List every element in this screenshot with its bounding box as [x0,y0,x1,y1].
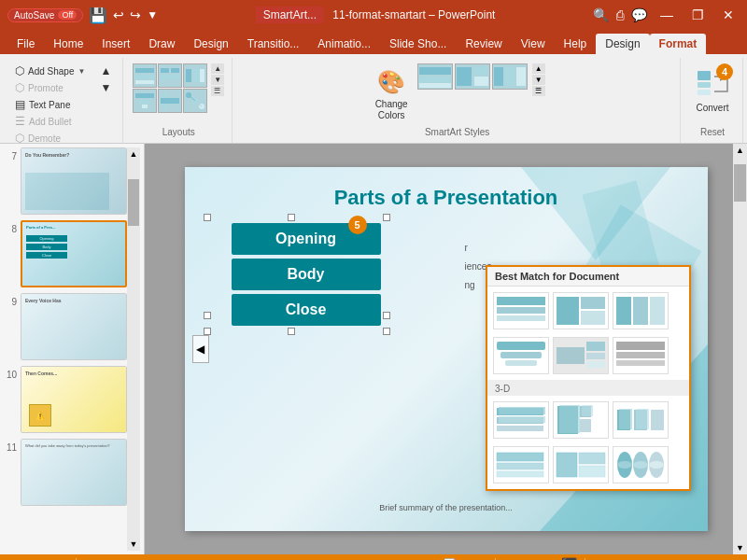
sel-handle-tr[interactable] [383,214,390,221]
add-shape-arrow[interactable]: ▼ [78,67,86,76]
save-icon[interactable]: 💾 [89,7,107,24]
styles-scroll-up[interactable]: ▲ [532,63,545,74]
svg-rect-56 [497,426,543,431]
layout-scroll-expand[interactable]: ☰ [211,86,224,96]
tab-draw[interactable]: Draw [139,34,184,54]
svg-rect-58 [559,405,580,433]
canvas-scroll-track [733,157,747,541]
layout-item-5[interactable] [158,89,182,113]
style-3d-2[interactable] [553,401,609,439]
layout-scroll-down[interactable]: ▼ [211,75,224,85]
tab-slideshow[interactable]: Slide Sho... [380,34,456,54]
sel-handle-tl[interactable] [204,214,211,221]
sel-handle-mr[interactable] [383,312,390,319]
slide-panel-scrollbar: ▲ ▼ [127,147,140,551]
tab-file[interactable]: File [7,34,44,54]
selection-container: Opening Body Close 5 [213,223,381,326]
tab-help[interactable]: Help [555,34,597,54]
tab-design[interactable]: Design [184,34,237,54]
svg-rect-10 [135,93,154,98]
maximize-btn[interactable]: ❐ [686,6,710,24]
style-3d-4[interactable] [493,446,549,483]
style-flat-6[interactable] [613,337,669,374]
panel-scroll-thumb[interactable] [128,179,139,226]
redo-icon[interactable]: ↪ [130,7,141,22]
style-item-1[interactable] [417,63,453,90]
layout-item-6[interactable] [183,89,207,113]
tab-review[interactable]: Review [456,34,511,54]
tab-transitions[interactable]: Transitio... [238,34,309,54]
tab-insert[interactable]: Insert [92,34,139,54]
style-flat-4[interactable] [493,337,549,374]
slide-thumb-7[interactable]: 7 Do You Remember? [4,147,127,215]
styles-scroll-expand[interactable]: ☰ [532,86,545,96]
sel-handle-br[interactable] [383,328,390,335]
slide-thumb-8[interactable]: 8 Parts of a Pres... Opening Body Close [4,220,127,287]
add-bullet-btn[interactable]: ☰ Add Bullet [11,114,89,129]
style-flat-1[interactable] [493,292,549,329]
autosave-state[interactable]: Off [58,10,77,20]
layout-scroll-up[interactable]: ▲ [211,63,224,74]
minimize-btn[interactable]: — [655,6,679,24]
sel-handle-ml[interactable] [204,312,211,319]
smartart-item-body[interactable]: Body [232,259,381,290]
smartart-item-close[interactable]: Close [232,294,381,326]
slide-img-11[interactable]: What did you take away from today's pres… [21,439,127,506]
slide-thumb-11[interactable]: 11 What did you take away from today's p… [4,439,127,506]
tab-view[interactable]: View [512,34,555,54]
style-flat-5[interactable] [553,337,609,374]
style-item-2[interactable] [455,63,490,90]
tab-animations[interactable]: Animatio... [308,34,380,54]
canvas-scroll-thumb[interactable] [734,164,746,202]
svg-rect-24 [457,67,472,86]
layout-item-2[interactable] [158,63,182,88]
sel-handle-tm[interactable] [288,214,295,221]
tab-home[interactable]: Home [44,34,92,54]
tab-format[interactable]: Format [650,34,707,54]
sel-handle-bm[interactable] [288,328,295,335]
slide-prev-btn[interactable]: ◀ [192,335,209,363]
style-item-3[interactable] [492,63,528,90]
style-3d-1[interactable] [493,401,549,439]
panel-scroll-down[interactable]: ▼ [127,538,140,551]
comments-icon[interactable]: 💬 [631,7,647,22]
share-icon[interactable]: ⎙ [616,7,624,22]
promote-btn[interactable]: ⬡ Promote [11,80,89,95]
slide-img-8[interactable]: Parts of a Pres... Opening Body Close [21,220,127,287]
slide-thumb-10[interactable]: 10 Then Comes... ⚠️ [4,366,127,433]
customize-icon[interactable]: ▼ [147,8,158,21]
move-up-btn[interactable]: ▲ [96,63,115,78]
layout-item-1[interactable] [133,63,157,88]
slide-img-9[interactable]: Every Voice Has [21,293,127,360]
search-icon[interactable]: 🔍 [593,7,609,22]
styles-scroll-down[interactable]: ▼ [532,75,545,85]
change-colors-btn[interactable]: 🎨 ChangeColors [370,63,414,125]
style-flat-3[interactable] [613,292,669,329]
close-btn[interactable]: ✕ [717,6,740,24]
style-3d-3[interactable] [613,401,669,439]
add-shape-btn[interactable]: ⬡ Add Shape ▼ [11,63,89,78]
canvas-scroll-up[interactable]: ▲ [733,144,747,157]
convert-icon-area: 4 [696,67,729,101]
autosave-toggle[interactable]: AutoSave Off [7,8,83,22]
style-flat-2[interactable] [553,292,609,329]
slide-img-10[interactable]: Then Comes... ⚠️ [21,366,127,433]
slide-num-10: 10 [4,366,17,380]
style-3d-6[interactable] [613,446,669,483]
convert-btn[interactable]: 4 Convert [690,63,735,117]
slide-thumb-9[interactable]: 9 Every Voice Has [4,293,127,360]
layout-item-3[interactable] [183,63,207,88]
tab-smartart-design[interactable]: Design [596,34,649,54]
sel-handle-bl[interactable] [204,328,211,335]
canvas-scroll-down[interactable]: ▼ [733,541,747,554]
dropdown-3d-row1 [487,396,689,444]
style-3d-5[interactable] [553,446,609,483]
svg-rect-68 [497,463,543,469]
text-pane-btn[interactable]: ▤ Text Pane [11,97,89,112]
panel-scroll-up[interactable]: ▲ [127,147,140,161]
layout-item-4[interactable] [133,89,157,113]
undo-icon[interactable]: ↩ [113,7,124,22]
slide-img-7[interactable]: Do You Remember? [21,147,127,215]
svg-rect-29 [516,67,526,86]
move-down-btn[interactable]: ▼ [96,80,115,95]
